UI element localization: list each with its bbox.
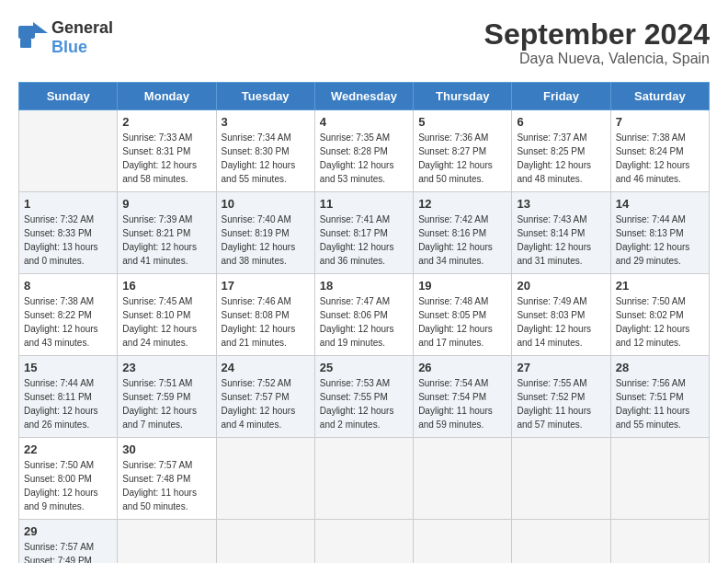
day-number: 18 [320,279,408,293]
calendar-cell: 21 Sunrise: 7:50 AMSunset: 8:02 PMDaylig… [610,274,709,356]
day-number: 1 [24,197,112,211]
calendar-cell: 6 Sunrise: 7:37 AMSunset: 8:25 PMDayligh… [512,110,610,192]
day-info: Sunrise: 7:45 AMSunset: 8:10 PMDaylight:… [122,294,210,350]
day-number: 12 [418,197,506,211]
day-number: 8 [24,279,112,293]
calendar-cell [610,520,709,563]
calendar-cell: 3 Sunrise: 7:34 AMSunset: 8:30 PMDayligh… [216,110,314,192]
calendar-week-row: 29 Sunrise: 7:57 AMSunset: 7:49 PMDaylig… [19,520,710,563]
day-number: 25 [320,361,408,374]
day-number: 27 [517,361,605,374]
day-number: 5 [418,115,506,129]
weekday-header-row: Sunday Monday Tuesday Wednesday Thursday… [19,83,710,110]
calendar-cell: 15 Sunrise: 7:44 AMSunset: 8:11 PMDaylig… [19,356,118,438]
calendar-cell: 18 Sunrise: 7:47 AMSunset: 8:06 PMDaylig… [314,274,413,356]
calendar-cell: 9 Sunrise: 7:39 AMSunset: 8:21 PMDayligh… [118,192,216,274]
day-info: Sunrise: 7:47 AMSunset: 8:06 PMDaylight:… [320,294,408,350]
calendar-cell [118,520,216,563]
day-info: Sunrise: 7:42 AMSunset: 8:16 PMDaylight:… [418,213,506,268]
calendar-cell [19,110,118,192]
location-title: Daya Nueva, Valencia, Spain [484,51,710,67]
day-info: Sunrise: 7:36 AMSunset: 8:27 PMDaylight:… [418,131,506,186]
day-info: Sunrise: 7:52 AMSunset: 7:57 PMDaylight:… [222,376,310,431]
day-number: 17 [222,279,310,293]
col-thursday: Thursday [414,83,512,110]
calendar-cell: 11 Sunrise: 7:41 AMSunset: 8:17 PMDaylig… [314,192,413,274]
day-info: Sunrise: 7:50 AMSunset: 8:00 PMDaylight:… [24,458,112,513]
logo-mark [18,22,48,53]
calendar-week-row: 22 Sunrise: 7:50 AMSunset: 8:00 PMDaylig… [19,438,710,520]
title-area: September 2024 Daya Nueva, Valencia, Spa… [484,18,710,67]
day-number: 7 [616,115,704,129]
day-info: Sunrise: 7:56 AMSunset: 7:51 PMDaylight:… [616,376,704,431]
calendar-cell: 26 Sunrise: 7:54 AMSunset: 7:54 PMDaylig… [414,356,512,438]
day-number: 29 [24,524,112,538]
calendar-cell: 4 Sunrise: 7:35 AMSunset: 8:28 PMDayligh… [314,110,413,192]
day-number: 10 [222,197,310,211]
day-info: Sunrise: 7:41 AMSunset: 8:17 PMDaylight:… [320,213,408,268]
calendar-cell: 17 Sunrise: 7:46 AMSunset: 8:08 PMDaylig… [216,274,314,356]
day-number: 16 [122,279,210,293]
day-number: 21 [616,279,704,293]
logo-text: General Blue [51,18,113,57]
calendar-cell: 12 Sunrise: 7:42 AMSunset: 8:16 PMDaylig… [414,192,512,274]
day-info: Sunrise: 7:43 AMSunset: 8:14 PMDaylight:… [517,213,605,268]
logo: General Blue [18,18,113,57]
calendar-cell: 2 Sunrise: 7:33 AMSunset: 8:31 PMDayligh… [118,110,216,192]
calendar-cell: 19 Sunrise: 7:48 AMSunset: 8:05 PMDaylig… [414,274,512,356]
calendar-cell: 30 Sunrise: 7:57 AMSunset: 7:48 PMDaylig… [118,438,216,520]
day-number: 20 [517,279,605,293]
day-info: Sunrise: 7:39 AMSunset: 8:21 PMDaylight:… [122,213,210,268]
calendar-cell: 1 Sunrise: 7:32 AMSunset: 8:33 PMDayligh… [19,192,118,274]
col-saturday: Saturday [610,83,709,110]
day-info: Sunrise: 7:38 AMSunset: 8:22 PMDaylight:… [24,294,112,350]
day-number: 24 [222,361,310,374]
col-monday: Monday [118,83,216,110]
day-number: 15 [24,361,112,374]
calendar-week-row: 15 Sunrise: 7:44 AMSunset: 8:11 PMDaylig… [19,356,710,438]
col-wednesday: Wednesday [314,83,413,110]
calendar-cell [610,438,709,520]
day-info: Sunrise: 7:38 AMSunset: 8:24 PMDaylight:… [616,131,704,186]
calendar-cell: 8 Sunrise: 7:38 AMSunset: 8:22 PMDayligh… [19,274,118,356]
calendar-cell: 14 Sunrise: 7:44 AMSunset: 8:13 PMDaylig… [610,192,709,274]
day-info: Sunrise: 7:44 AMSunset: 8:13 PMDaylight:… [616,213,704,268]
day-number: 13 [517,197,605,211]
calendar-cell [512,438,610,520]
day-info: Sunrise: 7:40 AMSunset: 8:19 PMDaylight:… [222,213,310,268]
day-info: Sunrise: 7:53 AMSunset: 7:55 PMDaylight:… [320,376,408,431]
calendar-cell [314,520,413,563]
day-info: Sunrise: 7:48 AMSunset: 8:05 PMDaylight:… [418,294,506,350]
day-info: Sunrise: 7:55 AMSunset: 7:52 PMDaylight:… [517,376,605,431]
month-title: September 2024 [484,18,710,51]
day-number: 19 [418,279,506,293]
day-info: Sunrise: 7:49 AMSunset: 8:03 PMDaylight:… [517,294,605,350]
page-header: General Blue September 2024 Daya Nueva, … [18,18,710,67]
calendar-cell: 27 Sunrise: 7:55 AMSunset: 7:52 PMDaylig… [512,356,610,438]
day-number: 14 [616,197,704,211]
calendar-cell: 7 Sunrise: 7:38 AMSunset: 8:24 PMDayligh… [610,110,709,192]
day-info: Sunrise: 7:57 AMSunset: 7:49 PMDaylight:… [24,540,112,563]
day-number: 23 [122,361,210,374]
svg-rect-0 [18,26,35,39]
day-info: Sunrise: 7:57 AMSunset: 7:48 PMDaylight:… [122,458,210,513]
calendar-cell [216,438,314,520]
day-number: 22 [24,442,112,456]
calendar-cell: 16 Sunrise: 7:45 AMSunset: 8:10 PMDaylig… [118,274,216,356]
day-number: 9 [122,197,210,211]
calendar-cell: 24 Sunrise: 7:52 AMSunset: 7:57 PMDaylig… [216,356,314,438]
day-info: Sunrise: 7:46 AMSunset: 8:08 PMDaylight:… [222,294,310,350]
day-info: Sunrise: 7:34 AMSunset: 8:30 PMDaylight:… [222,131,310,186]
calendar-cell: 28 Sunrise: 7:56 AMSunset: 7:51 PMDaylig… [610,356,709,438]
calendar-cell [414,438,512,520]
day-info: Sunrise: 7:37 AMSunset: 8:25 PMDaylight:… [517,131,605,186]
day-info: Sunrise: 7:33 AMSunset: 8:31 PMDaylight:… [122,131,210,186]
calendar-cell [414,520,512,563]
calendar-cell: 5 Sunrise: 7:36 AMSunset: 8:27 PMDayligh… [414,110,512,192]
calendar-cell: 29 Sunrise: 7:57 AMSunset: 7:49 PMDaylig… [19,520,118,563]
day-number: 11 [320,197,408,211]
col-friday: Friday [512,83,610,110]
day-number: 2 [122,115,210,129]
calendar-table: Sunday Monday Tuesday Wednesday Thursday… [18,82,710,563]
day-info: Sunrise: 7:44 AMSunset: 8:11 PMDaylight:… [24,376,112,431]
